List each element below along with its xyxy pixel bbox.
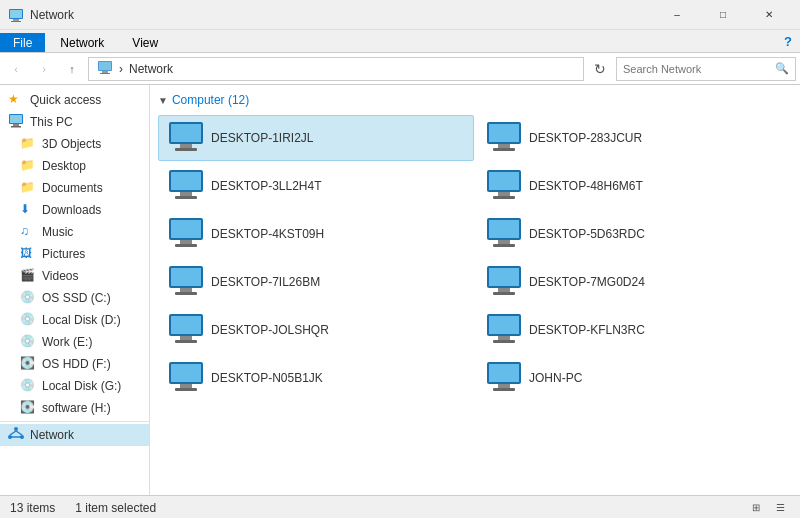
svg-rect-7 [100,73,110,74]
svg-line-15 [10,431,16,435]
sidebar-item-quick-access[interactable]: ★ Quick access [0,89,149,111]
tab-file[interactable]: File [0,33,45,52]
computer-item[interactable]: DESKTOP-KFLN3RC [476,307,792,353]
svg-rect-66 [498,336,510,340]
sidebar-item-os-hdd[interactable]: 💽 OS HDD (F:) [0,353,149,375]
sidebar-item-local-disk-g[interactable]: 💿 Local Disk (G:) [0,375,149,397]
address-bar: ‹ › ↑ › Network ↻ 🔍 [0,53,800,85]
sidebar-item-pictures[interactable]: 🖼 Pictures [0,243,149,265]
sidebar-item-music[interactable]: ♫ Music [0,221,149,243]
section-label: Computer (12) [172,93,249,107]
sidebar-item-downloads[interactable]: ⬇ Downloads [0,199,149,221]
svg-rect-30 [171,172,201,190]
svg-rect-40 [171,220,201,238]
drive-icon: 💿 [20,290,36,306]
list-view-button[interactable]: ☰ [770,499,790,517]
svg-rect-41 [180,240,192,244]
computer-item[interactable]: DESKTOP-5D63RDC [476,211,792,257]
svg-rect-1 [10,10,22,18]
computer-item[interactable]: DESKTOP-4KST09H [158,211,474,257]
computer-label: DESKTOP-JOLSHQR [211,323,329,337]
svg-rect-47 [493,244,515,247]
network-label: Network [30,428,74,442]
tab-view[interactable]: View [119,33,171,52]
address-path[interactable]: › Network [88,57,584,81]
computer-label: DESKTOP-3LL2H4T [211,179,322,193]
close-button[interactable]: ✕ [746,0,792,30]
path-separator: › [119,62,123,76]
item-count: 13 items [10,501,55,515]
computer-icon [167,170,203,202]
computer-item[interactable]: DESKTOP-283JCUR [476,115,792,161]
svg-rect-25 [489,124,519,142]
sidebar-item-this-pc[interactable]: This PC [0,111,149,133]
minimize-button[interactable]: – [654,0,700,30]
music-icon: ♫ [20,224,36,240]
3d-objects-label: 3D Objects [42,137,101,151]
drive-icon: 💿 [20,378,36,394]
large-icons-view-button[interactable]: ⊞ [746,499,766,517]
sidebar-item-work-e[interactable]: 💿 Work (E:) [0,331,149,353]
computer-label: DESKTOP-1IRI2JL [211,131,313,145]
folder-icon: 📁 [20,180,36,196]
computer-item[interactable]: DESKTOP-3LL2H4T [158,163,474,209]
computer-icon [8,114,24,130]
sidebar-item-network[interactable]: Network [0,424,149,446]
star-icon: ★ [8,92,24,108]
computer-icon [167,218,203,250]
computer-icon [167,362,203,394]
window-title: Network [30,8,654,22]
videos-icon: 🎬 [20,268,36,284]
search-input[interactable] [623,63,775,75]
computer-item[interactable]: JOHN-PC [476,355,792,401]
sidebar-item-os-ssd[interactable]: 💿 OS SSD (C:) [0,287,149,309]
maximize-button[interactable]: □ [700,0,746,30]
sidebar-item-local-disk-d[interactable]: 💿 Local Disk (D:) [0,309,149,331]
network-icon [8,427,24,443]
app-icon [8,7,24,23]
svg-rect-60 [171,316,201,334]
up-button[interactable]: ↑ [60,57,84,81]
sidebar-item-desktop[interactable]: 📁 Desktop [0,155,149,177]
refresh-button[interactable]: ↻ [588,57,612,81]
section-header: ▼ Computer (12) [158,93,792,107]
sidebar-item-videos[interactable]: 🎬 Videos [0,265,149,287]
computer-icon [485,170,521,202]
svg-rect-77 [493,388,515,391]
svg-rect-5 [99,62,111,70]
svg-rect-65 [489,316,519,334]
status-bar: 13 items 1 item selected ⊞ ☰ [0,495,800,518]
this-pc-label: This PC [30,115,73,129]
svg-rect-35 [489,172,519,190]
computer-item[interactable]: DESKTOP-N05B1JK [158,355,474,401]
computer-item[interactable]: DESKTOP-1IRI2JL [158,115,474,161]
folder-icon: 📁 [20,158,36,174]
computer-item[interactable]: DESKTOP-7MG0D24 [476,259,792,305]
tab-network[interactable]: Network [47,33,117,52]
computer-item[interactable]: DESKTOP-48H6M6T [476,163,792,209]
svg-rect-32 [175,196,197,199]
computer-icon [167,314,203,346]
sidebar: ★ Quick access This PC 📁 3D Objects 📁 De… [0,85,150,495]
help-button[interactable]: ? [776,30,800,52]
computer-icon [167,122,203,154]
computer-item[interactable]: DESKTOP-JOLSHQR [158,307,474,353]
sidebar-item-software-h[interactable]: 💽 software (H:) [0,397,149,419]
svg-rect-55 [489,268,519,286]
svg-rect-46 [498,240,510,244]
hdd-icon: 💽 [20,356,36,372]
svg-rect-21 [180,144,192,148]
desktop-label: Desktop [42,159,86,173]
computer-item[interactable]: DESKTOP-7IL26BM [158,259,474,305]
window-controls: – □ ✕ [654,0,792,30]
computer-label: DESKTOP-KFLN3RC [529,323,645,337]
svg-rect-9 [10,115,22,123]
back-button[interactable]: ‹ [4,57,28,81]
computers-grid: DESKTOP-1IRI2JL DESKTOP-283JCUR DESKTOP-… [158,115,792,401]
forward-button[interactable]: › [32,57,56,81]
sidebar-item-3d-objects[interactable]: 📁 3D Objects [0,133,149,155]
current-path: Network [129,62,173,76]
sidebar-item-documents[interactable]: 📁 Documents [0,177,149,199]
svg-rect-71 [180,384,192,388]
drive-icon: 💽 [20,400,36,416]
